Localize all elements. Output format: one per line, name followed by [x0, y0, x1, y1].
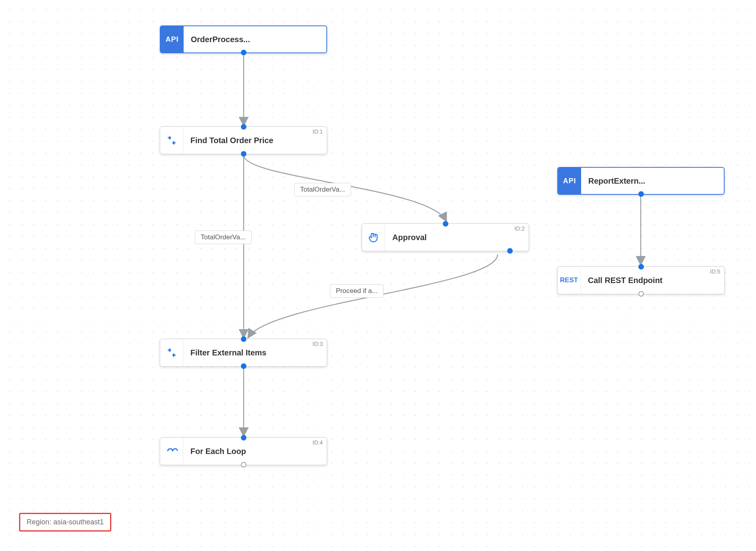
port-out[interactable] [638, 291, 644, 297]
edge-label-totalorderva-right[interactable]: TotalOrderVa... [294, 183, 351, 196]
approval-icon [362, 224, 385, 251]
trigger-node-reportextern[interactable]: API ReportExtern... [557, 167, 725, 195]
node-id-badge: ID:3 [312, 341, 323, 347]
port-out[interactable] [241, 363, 246, 369]
port-in[interactable] [241, 435, 246, 440]
task-node-find-total-order-price[interactable]: Find Total Order Price ID:1 [160, 126, 327, 154]
trigger-node-orderprocess[interactable]: API OrderProcess... [160, 25, 327, 53]
port-out[interactable] [241, 462, 246, 468]
port-out[interactable] [638, 191, 644, 197]
port-in[interactable] [241, 124, 246, 130]
task-node-approval[interactable]: Approval ID:2 [362, 223, 529, 251]
node-label: Find Total Order Price [183, 136, 327, 145]
port-out[interactable] [241, 151, 246, 157]
task-node-filter-external-items[interactable]: Filter External Items ID:3 [160, 339, 327, 367]
data-mapping-icon [160, 127, 183, 154]
node-id-badge: ID:2 [514, 225, 525, 232]
port-out[interactable] [507, 248, 513, 254]
api-icon: API [558, 168, 581, 194]
task-node-call-rest-endpoint[interactable]: REST Call REST Endpoint ID:5 [557, 266, 725, 294]
region-indicator: Region: asia-southeast1 [19, 513, 111, 532]
node-id-badge: ID:4 [312, 439, 323, 446]
task-node-for-each-loop[interactable]: For Each Loop ID:4 [160, 437, 327, 465]
node-label: Filter External Items [183, 348, 327, 357]
node-label: Approval [385, 233, 529, 242]
node-id-badge: ID:5 [710, 268, 720, 275]
loop-icon [160, 438, 183, 465]
port-out[interactable] [241, 50, 246, 55]
workflow-canvas[interactable]: API OrderProcess... Find Total Order Pri… [0, 0, 756, 551]
port-in[interactable] [638, 264, 644, 270]
node-label: Call REST Endpoint [581, 276, 724, 285]
edge-label-totalorderva-left[interactable]: TotalOrderVa... [195, 231, 252, 244]
port-in[interactable] [443, 221, 448, 227]
node-label: OrderProcess... [184, 35, 326, 44]
node-id-badge: ID:1 [312, 128, 323, 135]
api-icon: API [161, 26, 184, 52]
rest-icon: REST [558, 267, 581, 294]
node-label: For Each Loop [183, 447, 327, 456]
edge-label-proceed-if[interactable]: Proceed if a... [330, 284, 384, 298]
data-mapping-icon [160, 339, 183, 366]
node-label: ReportExtern... [581, 177, 724, 186]
port-in[interactable] [241, 336, 246, 342]
